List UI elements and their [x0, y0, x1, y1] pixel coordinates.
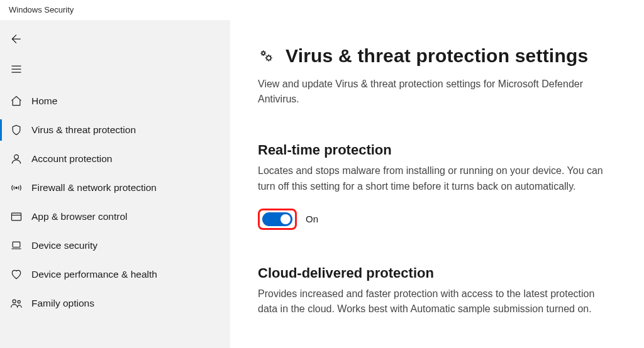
svg-rect-2 [12, 213, 21, 220]
section-realtime: Real-time protection Locates and stops m… [258, 142, 616, 230]
sidebar-item-home[interactable]: Home [0, 87, 230, 116]
sidebar-item-label: Home [31, 95, 57, 107]
sidebar-item-device-security[interactable]: Device security [0, 231, 230, 260]
home-icon [10, 95, 31, 107]
svg-point-4 [13, 300, 16, 303]
hamburger-icon [10, 63, 23, 75]
svg-point-6 [262, 52, 265, 55]
sidebar-item-device-perf[interactable]: Device performance & health [0, 260, 230, 289]
person-icon [10, 153, 31, 165]
realtime-toggle[interactable] [262, 212, 292, 226]
page-subtitle: View and update Virus & threat protectio… [258, 77, 610, 107]
settings-gear-icon [258, 46, 277, 65]
realtime-toggle-state: On [306, 214, 318, 224]
section-desc-realtime: Locates and stops malware from installin… [258, 163, 616, 195]
sidebar-item-label: Device performance & health [31, 269, 157, 280]
signal-icon [10, 182, 31, 194]
section-title-realtime: Real-time protection [258, 142, 616, 158]
sidebar-item-account[interactable]: Account protection [0, 144, 230, 173]
window-icon [10, 210, 31, 223]
sidebar-item-label: App & browser control [31, 211, 128, 222]
sidebar-item-label: Firewall & network protection [31, 182, 157, 193]
sidebar-item-label: Virus & threat protection [31, 124, 136, 136]
svg-point-0 [14, 155, 19, 159]
svg-rect-3 [13, 242, 20, 247]
sidebar-list: Home Virus & threat protection Account p… [0, 87, 230, 318]
arrow-left-icon [10, 33, 23, 45]
page-title: Virus & threat protection settings [286, 45, 588, 67]
sidebar: Home Virus & threat protection Account p… [0, 20, 230, 348]
shield-icon [10, 124, 31, 136]
svg-point-1 [16, 187, 18, 189]
svg-point-5 [18, 300, 20, 303]
sidebar-item-firewall[interactable]: Firewall & network protection [0, 173, 230, 202]
sidebar-item-label: Family options [31, 298, 94, 309]
toggle-highlight-frame [258, 209, 297, 230]
sidebar-item-label: Device security [31, 240, 97, 251]
window-title: Windows Security [0, 0, 644, 20]
sidebar-item-family[interactable]: Family options [0, 289, 230, 318]
sidebar-item-app-browser[interactable]: App & browser control [0, 202, 230, 231]
section-cloud: Cloud-delivered protection Provides incr… [258, 265, 616, 318]
sidebar-item-virus-threat[interactable]: Virus & threat protection [0, 116, 230, 144]
menu-button[interactable] [0, 55, 30, 83]
section-desc-cloud: Provides increased and faster protection… [258, 286, 616, 318]
sidebar-item-label: Account protection [31, 153, 112, 165]
laptop-icon [10, 239, 31, 252]
heart-icon [10, 268, 31, 281]
main-content: Virus & threat protection settings View … [230, 20, 644, 348]
people-icon [10, 297, 31, 310]
section-title-cloud: Cloud-delivered protection [258, 265, 616, 281]
back-button[interactable] [0, 25, 30, 53]
